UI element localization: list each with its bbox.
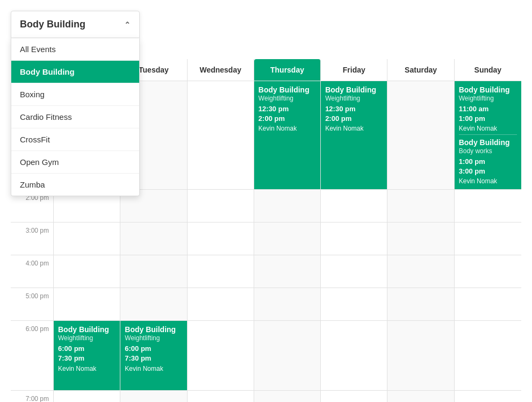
cell-friday-1pm[interactable]: Body Building Weightlifting 12:30 pm 2:0… [321,81,387,189]
mon-event-title: Body Building [58,325,116,334]
cell-thursday-2pm [254,190,321,222]
cell-monday-5pm [54,288,120,320]
sun-afternoon-title: Body Building [459,138,517,147]
dropdown-header[interactable]: Body Building ⌃ [11,11,140,38]
cell-wednesday-4pm [188,255,254,288]
header-friday: Friday [321,59,387,81]
cell-saturday-4pm [387,255,454,288]
dropdown-item-body-building[interactable]: Body Building [11,61,139,83]
cell-friday-3pm [321,222,387,255]
fri-event-subtitle: Weightlifting [325,95,383,102]
sun-afternoon-time: 1:00 pm 3:00 pm [459,157,517,176]
thu-event-time: 12:30 pm 2:00 pm [258,104,316,124]
tue-event-title: Body Building [125,325,182,334]
page-wrapper: Body Building ⌃ All Events Body Building… [0,0,532,402]
chevron-up-icon: ⌃ [124,20,131,29]
thu-event-title: Body Building [258,85,316,95]
row-4pm: 4:00 pm [11,255,521,288]
cell-sunday-4pm [455,255,521,288]
fri-event-trainer: Kevin Nomak [325,125,383,132]
row-6pm: 6:00 pm Body Building Weightlifting 6:00… [11,321,521,391]
time-3pm: 3:00 pm [11,222,54,255]
tue-event-time: 6:00 pm 7:30 pm [125,344,182,363]
sun-afternoon-trainer: Kevin Nomak [459,177,517,185]
cell-tuesday-5pm [120,288,187,320]
cell-monday-3pm [54,222,120,255]
thu-event-subtitle: Weightlifting [258,95,316,102]
cell-sunday-7pm [455,391,521,402]
cell-friday-7pm [321,391,387,402]
cell-friday-4pm [321,255,387,288]
cell-thursday-7pm [254,391,321,402]
cell-wednesday-6pm [188,321,254,390]
cell-sunday-1pm[interactable]: Body Building Weightlifting 11:00 am 1:0… [455,81,521,189]
tue-event-trainer: Kevin Nomak [125,365,182,372]
mon-event-time: 6:00 pm 7:30 pm [58,344,116,363]
cell-tuesday-7pm [120,391,187,402]
cell-monday-6pm[interactable]: Body Building Weightlifting 6:00 pm 7:30… [54,321,120,390]
dropdown-item-cardio-fitness[interactable]: Cardio Fitness [11,106,139,128]
dropdown-item-open-gym[interactable]: Open Gym [11,151,139,174]
cell-monday-7pm [54,391,120,402]
tue-event-subtitle: Weightlifting [125,334,182,342]
cell-saturday-2pm [387,190,454,222]
cell-sunday-5pm [455,288,521,320]
sun-morning-title: Body Building [459,85,517,95]
dropdown-item-boxing[interactable]: Boxing [11,83,139,106]
mon-event-trainer: Kevin Nomak [58,365,116,372]
cell-monday-4pm [54,255,120,288]
cell-wednesday-1pm [188,81,254,189]
row-5pm: 5:00 pm [11,288,521,321]
cell-thursday-3pm [254,222,321,255]
cell-saturday-6pm [387,321,454,390]
cell-friday-6pm [321,321,387,390]
cell-thursday-4pm [254,255,321,288]
cell-tuesday-4pm [120,255,187,288]
cell-wednesday-7pm [188,391,254,402]
dropdown-item-zumba[interactable]: Zumba [11,174,139,196]
cell-sunday-3pm [455,222,521,255]
thu-event-trainer: Kevin Nomak [258,125,316,132]
cell-saturday-1pm [387,81,454,189]
header-saturday: Saturday [387,59,454,81]
sun-afternoon-subtitle: Body works [459,147,517,155]
time-4pm: 4:00 pm [11,255,54,288]
time-6pm: 6:00 pm [11,321,54,390]
header-thursday: Thursday [254,59,321,81]
cell-thursday-6pm [254,321,321,390]
sun-morning-trainer: Kevin Nomak [459,125,517,132]
row-7pm: 7:00 pm [11,391,521,402]
time-5pm: 5:00 pm [11,288,54,320]
cell-wednesday-2pm [188,190,254,222]
cell-thursday-5pm [254,288,321,320]
cell-friday-2pm [321,190,387,222]
dropdown-item-all-events[interactable]: All Events [11,38,139,61]
sun-morning-subtitle: Weightlifting [459,95,517,102]
cell-tuesday-6pm[interactable]: Body Building Weightlifting 6:00 pm 7:30… [120,321,187,390]
dropdown-menu: All Events Body Building Boxing Cardio F… [11,38,140,196]
time-7pm: 7:00 pm [11,391,54,402]
cell-sunday-6pm [455,321,521,390]
cell-friday-5pm [321,288,387,320]
cell-saturday-7pm [387,391,454,402]
dropdown-container: Body Building ⌃ All Events Body Building… [11,11,140,196]
header-wednesday: Wednesday [188,59,254,81]
fri-event-title: Body Building [325,85,383,95]
cell-wednesday-3pm [188,222,254,255]
cell-saturday-3pm [387,222,454,255]
cell-saturday-5pm [387,288,454,320]
mon-event-subtitle: Weightlifting [58,334,116,342]
header-sunday: Sunday [455,59,521,81]
row-3pm: 3:00 pm [11,222,521,255]
cell-wednesday-5pm [188,288,254,320]
cell-thursday-1pm[interactable]: Body Building Weightlifting 12:30 pm 2:0… [254,81,321,189]
fri-event-time: 12:30 pm 2:00 pm [325,104,383,124]
dropdown-item-crossfit[interactable]: CrossFit [11,128,139,151]
cell-sunday-2pm [455,190,521,222]
cell-tuesday-3pm [120,222,187,255]
sun-morning-time: 11:00 am 1:00 pm [459,104,517,124]
dropdown-title: Body Building [20,19,85,30]
